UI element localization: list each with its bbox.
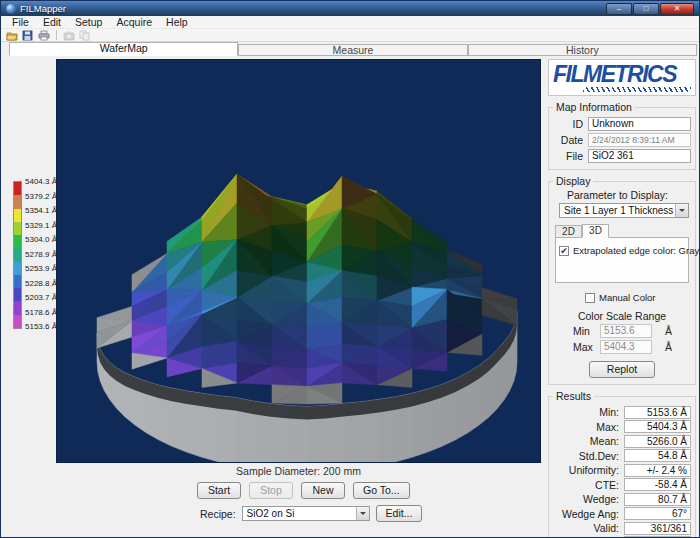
result-row: Min:5153.6 Å xyxy=(553,406,691,419)
menu-item-edit[interactable]: Edit xyxy=(36,16,68,28)
result-row: Uniformity:+/- 2.4 % xyxy=(553,464,691,477)
copy-icon xyxy=(79,30,91,41)
colorbar-labels: 5404.3 Å5379.2 Å5354.1 Å5329.1 Å5304.0 Å… xyxy=(25,178,67,331)
max-unit: Å xyxy=(665,341,672,353)
recipe-select[interactable]: SiO2 on Si xyxy=(242,506,370,521)
colorbar-tick-label: 5253.9 Å xyxy=(25,265,67,273)
chevron-down-icon[interactable] xyxy=(356,507,369,520)
edge-color-checkbox[interactable]: ✔ xyxy=(559,246,569,256)
result-label: Min: xyxy=(553,406,619,418)
id-field[interactable]: Unknown xyxy=(588,117,691,131)
edit-recipe-button[interactable]: Edit... xyxy=(376,505,423,522)
color-scale-max-row: Max 5404.3 Å xyxy=(573,340,691,354)
recipe-value: SiO2 on Si xyxy=(243,507,299,520)
max-label: Max xyxy=(573,341,595,353)
colorbar-tick-label: 5203.7 Å xyxy=(25,294,67,302)
wafer-surface xyxy=(57,60,540,462)
start-button[interactable]: Start xyxy=(197,482,241,499)
menu-bar: FileEditSetupAcquireHelp xyxy=(1,16,699,29)
logo-text: FILMETRICS xyxy=(553,63,691,86)
result-label: Std.Dev: xyxy=(553,450,619,462)
color-scale-range-title: Color Scale Range xyxy=(553,310,691,322)
tab-history[interactable]: History xyxy=(468,44,697,56)
title-bar: FILMapper – □ ✕ xyxy=(1,1,699,16)
color-scale-min-row: Min 5153.6 Å xyxy=(573,324,691,338)
subtab-3d[interactable]: 3D xyxy=(582,224,609,238)
goto-button[interactable]: Go To... xyxy=(353,482,410,499)
new-button[interactable]: New xyxy=(301,482,345,499)
colorbar-tick-label: 5228.8 Å xyxy=(25,280,67,288)
min-label: Min xyxy=(573,325,595,337)
recipe-label: Recipe: xyxy=(200,508,236,520)
stop-button: Stop xyxy=(249,482,293,499)
window-controls: – □ ✕ xyxy=(606,3,694,15)
max-input[interactable]: 5404.3 xyxy=(600,340,652,354)
toolbar xyxy=(1,29,699,42)
display-group: Display Parameter to Display: Site 1 Lay… xyxy=(548,181,696,385)
close-button[interactable]: ✕ xyxy=(660,3,694,15)
wafer-3d-plot[interactable] xyxy=(56,59,541,463)
result-row: CTE:-58.4 Å xyxy=(553,478,691,491)
result-value: 5153.6 Å xyxy=(624,406,691,419)
result-label: Wedge: xyxy=(553,493,619,505)
min-input[interactable]: 5153.6 xyxy=(600,324,652,338)
tab-measure[interactable]: Measure xyxy=(238,44,467,56)
menu-item-acquire[interactable]: Acquire xyxy=(109,16,159,28)
parameter-value: Site 1 Layer 1 Thickness xyxy=(560,204,675,217)
manual-color-checkbox[interactable] xyxy=(585,293,595,303)
subtab-2d[interactable]: 2D xyxy=(555,225,582,238)
menu-item-file[interactable]: File xyxy=(5,16,36,28)
colorbar-tick-label: 5153.6 Å xyxy=(25,323,67,331)
result-row: Wedge:80.7 Å xyxy=(553,493,691,506)
menu-item-help[interactable]: Help xyxy=(159,16,195,28)
chevron-down-icon[interactable] xyxy=(675,204,688,217)
result-label: Uniformity: xyxy=(553,464,619,476)
file-field[interactable]: SiO2 361 xyxy=(588,149,691,163)
minimize-button[interactable]: – xyxy=(606,3,632,15)
map-info-row: Date2/24/2012 8:39:11 AM xyxy=(553,133,691,147)
map-information-group: Map Information IDUnknownDate2/24/2012 8… xyxy=(548,107,696,170)
map-info-row: IDUnknown xyxy=(553,117,691,131)
tab-wafermap[interactable]: WaferMap xyxy=(9,42,238,56)
map-information-title: Map Information xyxy=(553,102,635,113)
display-title: Display xyxy=(553,176,593,187)
result-row: Valid:361/361 xyxy=(553,522,691,535)
result-value: 80.7 Å xyxy=(624,493,691,506)
manual-color-row: Manual Color xyxy=(585,292,691,303)
result-row: Wedge Ang:67° xyxy=(553,507,691,520)
result-label: Max: xyxy=(553,421,619,433)
colorbar-tick-label: 5178.6 Å xyxy=(25,309,67,317)
parameter-select[interactable]: Site 1 Layer 1 Thickness xyxy=(559,203,689,218)
filmetrics-logo: FILMETRICS xyxy=(548,59,696,96)
measure-controls: Start Stop New Go To... xyxy=(197,482,410,499)
colorbar-tick-label: 5354.1 Å xyxy=(25,207,67,215)
date-field: 2/24/2012 8:39:11 AM xyxy=(588,133,691,147)
results-title: Results xyxy=(553,391,594,402)
maximize-button[interactable]: □ xyxy=(633,3,659,15)
result-value: -58.4 Å xyxy=(624,478,691,491)
result-row: Max:5404.3 Å xyxy=(553,420,691,433)
save-icon[interactable] xyxy=(22,30,34,41)
date-label: Date xyxy=(553,134,583,146)
results-group: Results Min:5153.6 ÅMax:5404.3 ÅMean:526… xyxy=(548,396,696,538)
result-label: CTE: xyxy=(553,479,619,491)
app-icon xyxy=(6,4,16,14)
print-icon[interactable] xyxy=(38,30,50,41)
result-label: Valid: xyxy=(553,522,619,534)
result-value: 67° xyxy=(624,507,691,520)
result-label: Wedge Ang: xyxy=(553,508,619,520)
app-window: FILMapper – □ ✕ FileEditSetupAcquireHelp… xyxy=(0,0,700,538)
map-information-fields: IDUnknownDate2/24/2012 8:39:11 AMFileSiO… xyxy=(553,117,691,163)
sample-diameter-label: Sample Diameter: 200 mm xyxy=(56,465,541,477)
tab-strip: WaferMapMeasureHistory xyxy=(1,42,699,56)
min-unit: Å xyxy=(665,325,672,337)
window-title: FILMapper xyxy=(20,3,66,14)
snapshot-icon xyxy=(63,30,75,41)
replot-button[interactable]: Replot xyxy=(589,361,655,378)
edge-color-row: ✔ Extrapolated edge color: Gray xyxy=(559,245,685,256)
colorbar-tick-label: 5379.2 Å xyxy=(25,193,67,201)
menu-item-setup[interactable]: Setup xyxy=(68,16,109,28)
open-icon[interactable] xyxy=(6,30,18,41)
edge-color-label: Extrapolated edge color: Gray xyxy=(573,245,699,256)
toolbar-separator xyxy=(56,30,57,40)
